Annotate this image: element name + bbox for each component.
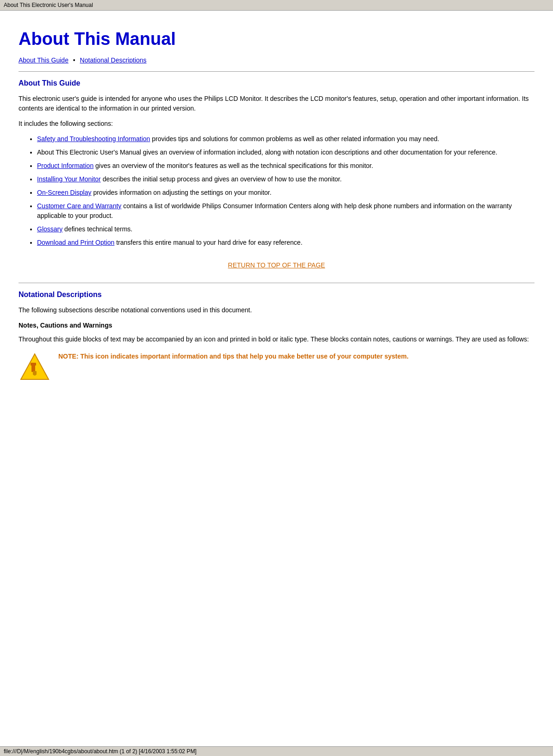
list-item: About This Electronic User's Manual give… bbox=[37, 148, 534, 157]
list-item: Installing Your Monitor describes the in… bbox=[37, 174, 534, 184]
link-installing[interactable]: Installing Your Monitor bbox=[37, 175, 101, 183]
list-item-text-3: gives an overview of the monitor's featu… bbox=[93, 162, 373, 169]
section-about-guide: About This Guide This electronic user's … bbox=[19, 79, 534, 269]
list-item-text-7: defines technical terms. bbox=[62, 225, 132, 233]
note-box: NOTE: This icon indicates important info… bbox=[19, 352, 534, 384]
list-item-text-4: describes the initial setup process and … bbox=[101, 175, 342, 183]
separator-2 bbox=[19, 283, 534, 283]
list-item: Customer Care and Warranty contains a li… bbox=[37, 201, 534, 221]
list-item: On-Screen Display provides information o… bbox=[37, 188, 534, 198]
section-notational: Notational Descriptions The following su… bbox=[19, 291, 534, 384]
section2-para1: The following subsections describe notat… bbox=[19, 305, 534, 315]
link-customer-care[interactable]: Customer Care and Warranty bbox=[37, 202, 121, 210]
svg-rect-2 bbox=[31, 363, 36, 366]
link-safety[interactable]: Safety and Troubleshooting Information bbox=[37, 135, 150, 143]
list-item-text-1: provides tips and solutions for common p… bbox=[150, 135, 439, 143]
list-item: Safety and Troubleshooting Information p… bbox=[37, 134, 534, 144]
list-item-text-8: transfers this entire manual to your har… bbox=[114, 239, 302, 246]
list-item: Product Information gives an overview of… bbox=[37, 161, 534, 171]
return-to-top-link[interactable]: RETURN TO TOP OF THE PAGE bbox=[228, 261, 325, 269]
toc-links: About This Guide • Notational Descriptio… bbox=[19, 56, 534, 64]
list-item-text-2: About This Electronic User's Manual give… bbox=[37, 149, 497, 156]
note-icon bbox=[19, 352, 51, 384]
section2-para2: Throughout this guide blocks of text may… bbox=[19, 335, 534, 344]
return-link-container: RETURN TO TOP OF THE PAGE bbox=[19, 261, 534, 269]
link-osd[interactable]: On-Screen Display bbox=[37, 189, 92, 196]
section1-para2: It includes the following sections: bbox=[19, 119, 534, 129]
toc-link-about-guide[interactable]: About This Guide bbox=[19, 56, 68, 64]
list-item: Download and Print Option transfers this… bbox=[37, 238, 534, 248]
page-content: About This Manual About This Guide • Not… bbox=[0, 11, 553, 412]
section1-para1: This electronic user's guide is intended… bbox=[19, 94, 534, 113]
toc-link-notational[interactable]: Notational Descriptions bbox=[80, 56, 147, 64]
svg-rect-1 bbox=[31, 365, 35, 372]
list-item: Glossary defines technical terms. bbox=[37, 224, 534, 234]
page-title: About This Manual bbox=[19, 29, 534, 49]
svg-rect-4 bbox=[33, 371, 37, 375]
note-text: NOTE: This icon indicates important info… bbox=[58, 352, 409, 361]
sections-list: Safety and Troubleshooting Information p… bbox=[37, 134, 534, 248]
separator-1 bbox=[19, 71, 534, 72]
list-item-text-5: provides information on adjusting the se… bbox=[92, 189, 272, 196]
link-download[interactable]: Download and Print Option bbox=[37, 239, 114, 246]
link-product-info[interactable]: Product Information bbox=[37, 162, 93, 169]
status-bar-text: file:///D|/M/english/190b4cgbs/about/abo… bbox=[4, 748, 197, 755]
browser-title: About This Electronic User's Manual bbox=[4, 2, 93, 8]
section1-title: About This Guide bbox=[19, 79, 534, 87]
browser-title-bar: About This Electronic User's Manual bbox=[0, 0, 553, 11]
toc-separator: • bbox=[73, 56, 75, 64]
status-bar: file:///D|/M/english/190b4cgbs/about/abo… bbox=[0, 746, 553, 756]
section2-title: Notational Descriptions bbox=[19, 291, 534, 299]
subsection1-title: Notes, Cautions and Warnings bbox=[19, 322, 534, 329]
link-glossary[interactable]: Glossary bbox=[37, 225, 62, 233]
